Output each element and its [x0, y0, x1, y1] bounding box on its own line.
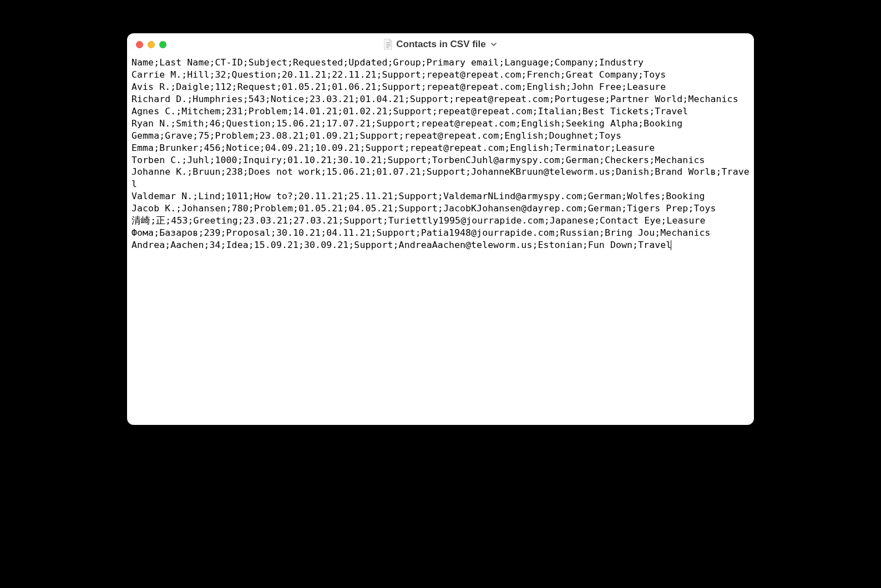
- document-icon: [384, 39, 393, 50]
- minimize-button[interactable]: [148, 41, 155, 48]
- text-editor-window: Contacts in CSV file Name;Last Name;CT-I…: [127, 33, 754, 425]
- title-wrap: Contacts in CSV file: [127, 39, 754, 50]
- window-title[interactable]: Contacts in CSV file: [396, 39, 486, 50]
- close-button[interactable]: [136, 41, 143, 48]
- chevron-down-icon[interactable]: [490, 42, 497, 47]
- content-area: Name;Last Name;CT-ID;Subject;Requested;U…: [127, 55, 754, 425]
- maximize-button[interactable]: [159, 41, 166, 48]
- text-editor-body[interactable]: Name;Last Name;CT-ID;Subject;Requested;U…: [131, 57, 750, 251]
- titlebar[interactable]: Contacts in CSV file: [127, 33, 754, 55]
- traffic-lights: [136, 41, 166, 48]
- text-cursor: [671, 240, 671, 250]
